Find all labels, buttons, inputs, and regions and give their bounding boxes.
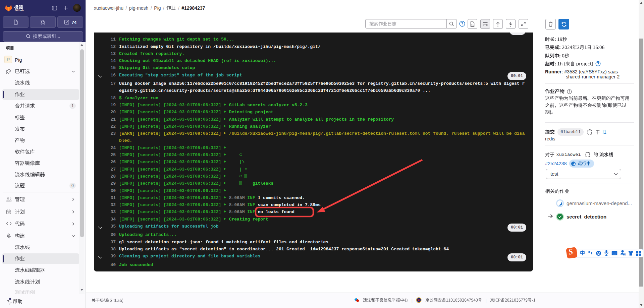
svg-text:78: 78 xyxy=(623,253,625,255)
